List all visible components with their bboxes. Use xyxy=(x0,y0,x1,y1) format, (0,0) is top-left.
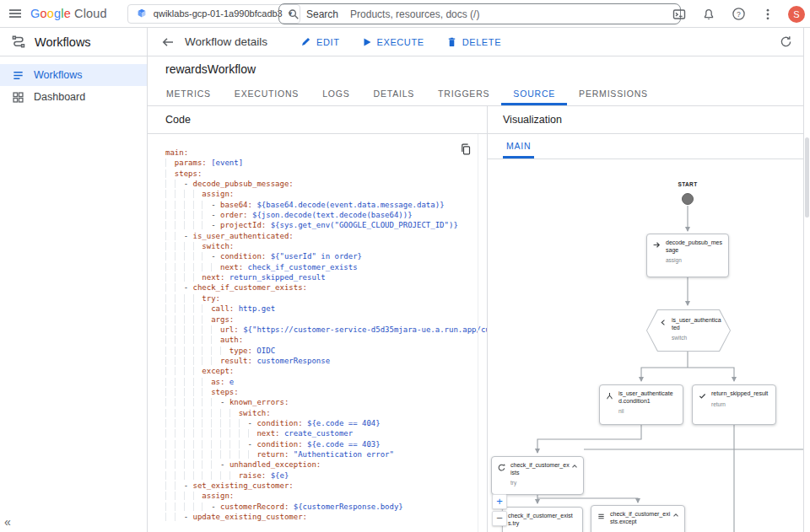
node-is-user-authenticated[interactable]: is_user_authenticated switch xyxy=(646,309,731,352)
execute-button[interactable]: EXECUTE xyxy=(351,30,435,55)
search-icon xyxy=(288,8,300,20)
project-selector[interactable]: qwiklabs-gcp-01-1a990bfcadb3 ▾ xyxy=(127,4,300,24)
page-title: Workflow details xyxy=(185,35,267,48)
tab-source[interactable]: SOURCE xyxy=(501,82,567,105)
collapse-node-icon[interactable] xyxy=(672,511,680,519)
search-placeholder: Products, resources, docs (/) xyxy=(350,8,479,20)
sidebar-item-workflows[interactable]: Workflows xyxy=(0,64,147,86)
branch-icon xyxy=(605,391,614,421)
node-check-except[interactable]: check_if_customer_exists.except xyxy=(591,505,685,532)
top-bar: Google Cloud qwiklabs-gcp-01-1a990bfcadb… xyxy=(0,0,810,28)
assign-icon xyxy=(652,240,662,273)
svg-text:?: ? xyxy=(737,10,741,19)
sidebar-item-dashboard[interactable]: Dashboard xyxy=(0,86,147,108)
google-cloud-logo[interactable]: Google Cloud xyxy=(30,7,107,20)
checkmark-icon xyxy=(698,391,707,421)
switch-icon xyxy=(659,318,667,352)
code-panel: Code main: params: [event] steps: - deco… xyxy=(148,106,488,532)
workflows-product-icon xyxy=(11,35,26,50)
tab-logs[interactable]: LOGS xyxy=(310,82,361,105)
pencil-icon xyxy=(300,36,311,47)
search-label: Search xyxy=(306,8,338,20)
zoom-in-button[interactable]: + xyxy=(492,494,507,509)
play-icon xyxy=(362,37,372,47)
node-check-if-customer-exists[interactable]: check_if_customer_exists try xyxy=(491,456,584,495)
more-options-icon[interactable] xyxy=(759,5,777,24)
refresh-icon[interactable] xyxy=(775,31,796,53)
try-icon xyxy=(497,463,506,491)
flow-canvas[interactable]: START decode_pubsub_message assign xyxy=(488,159,810,532)
tab-metrics[interactable]: METRICS xyxy=(154,82,223,105)
project-icon xyxy=(136,8,148,19)
visualization-title: Visualization xyxy=(488,106,810,134)
node-decode-pubsub-message[interactable]: decode_pubsub_message assign xyxy=(646,234,729,277)
code-scrollbar[interactable] xyxy=(478,134,478,532)
start-node[interactable] xyxy=(682,193,694,205)
tab-bar: METRICSEXECUTIONSLOGSDETAILSTRIGGERSSOUR… xyxy=(148,82,810,106)
node-condition1[interactable]: is_user_authenticated.condition1 nil xyxy=(599,384,683,425)
dashboard-grid-icon xyxy=(12,91,24,104)
main-content: Workflow details EDIT EXECUTE DELETE xyxy=(148,28,810,532)
workflow-name: rewardsWorkflow xyxy=(148,56,810,82)
tab-main[interactable]: MAIN xyxy=(503,134,534,159)
menu-icon[interactable] xyxy=(0,0,30,27)
trash-icon xyxy=(446,36,457,47)
search-input[interactable]: Search Products, resources, docs (/) xyxy=(278,3,681,24)
notifications-icon[interactable] xyxy=(699,5,718,24)
code-area[interactable]: main: params: [event] steps: - decode_pu… xyxy=(148,134,487,532)
tab-triggers[interactable]: TRIGGERS xyxy=(426,82,501,105)
code-editor[interactable]: main: params: [event] steps: - decode_pu… xyxy=(148,134,487,522)
project-name: qwiklabs-gcp-01-1a990bfcadb3 xyxy=(154,8,283,19)
workflows-list-icon xyxy=(12,69,24,82)
logo-cloud-text: Cloud xyxy=(74,7,107,20)
tab-details[interactable]: DETAILS xyxy=(362,82,427,105)
code-panel-title: Code xyxy=(148,106,487,134)
back-icon[interactable] xyxy=(156,30,180,54)
page-scrollbar[interactable] xyxy=(803,28,810,532)
start-label: START xyxy=(667,181,708,187)
edit-button[interactable]: EDIT xyxy=(289,30,350,55)
collapse-node-icon[interactable] xyxy=(570,462,579,470)
node-check-try[interactable]: check_if_customer_exists.try xyxy=(502,507,583,532)
tab-permissions[interactable]: PERMISSIONS xyxy=(567,82,660,105)
visualization-tabbar: MAIN xyxy=(488,134,810,159)
except-icon xyxy=(597,512,606,532)
help-icon[interactable]: ? xyxy=(729,5,748,24)
cloud-shell-icon[interactable] xyxy=(670,5,688,24)
zoom-out-button[interactable]: − xyxy=(492,511,507,526)
copy-icon[interactable] xyxy=(458,142,473,157)
collapse-nav-icon[interactable]: « xyxy=(4,515,11,529)
node-return-skipped-result[interactable]: return_skipped_result return xyxy=(692,384,776,425)
avatar[interactable]: S xyxy=(788,6,805,23)
visualization-panel: Visualization MAIN xyxy=(488,106,810,532)
detail-header: Workflow details EDIT EXECUTE DELETE xyxy=(148,28,810,56)
tab-executions[interactable]: EXECUTIONS xyxy=(223,82,310,105)
sidebar-product-title: Workflows xyxy=(35,35,91,49)
delete-button[interactable]: DELETE xyxy=(435,30,512,55)
sidebar: Workflows Workflows Dashboard « xyxy=(0,28,148,532)
